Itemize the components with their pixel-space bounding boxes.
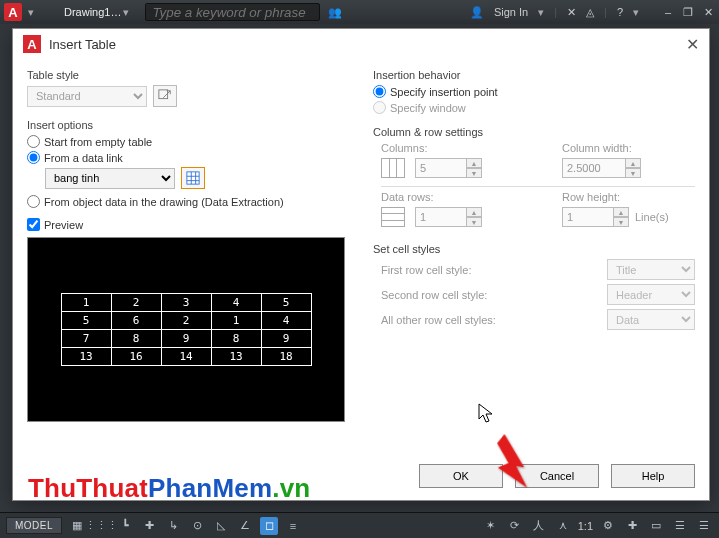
columns-icon [381, 158, 405, 178]
table-style-select[interactable]: Standard [27, 86, 147, 107]
other-row-style-select: Data [607, 309, 695, 330]
preview-cell: 8 [211, 330, 261, 348]
sc-3dosnap-icon[interactable]: 人 [530, 517, 548, 535]
column-width-label: Column width: [562, 142, 695, 154]
dialog-close-button[interactable]: ✕ [686, 35, 699, 54]
second-row-style-select: Header [607, 284, 695, 305]
help-dropdown-icon[interactable]: ▾ [633, 6, 639, 19]
polar-tracking-icon[interactable]: ⊙ [188, 517, 206, 535]
window-minimize-button[interactable]: – [661, 6, 675, 19]
autocad-a-icon: A [23, 35, 41, 53]
table-style-label: Table style [27, 69, 349, 81]
svg-rect-1 [187, 172, 199, 184]
infocenter-icon[interactable]: 👥 [326, 3, 344, 21]
row-height-stepper: ▲▼ [562, 207, 629, 227]
sc-units-icon[interactable]: ▭ [647, 517, 665, 535]
radio-specify-window: Specify window [373, 101, 695, 114]
sc-workspace-icon[interactable]: ⚙ [599, 517, 617, 535]
svg-marker-6 [492, 433, 535, 488]
app-titlebar: A ▾ Drawing1… ▾ 👥 👤 Sign In ▾ | ✕ ◬ | ? … [0, 0, 719, 24]
radio-specify-insertion-point[interactable]: Specify insertion point [373, 85, 695, 98]
radio-from-object-data-label: From object data in the drawing (Data Ex… [44, 196, 284, 208]
window-restore-button[interactable]: ❐ [681, 6, 695, 19]
table-style-launch-button[interactable] [153, 85, 177, 107]
columns-input [415, 158, 467, 178]
radio-from-data-link-label: From a data link [44, 152, 123, 164]
preview-checkbox[interactable]: Preview [27, 218, 349, 231]
help-icon[interactable]: ? [617, 6, 623, 18]
app-logo-icon: A [4, 3, 22, 21]
signin-dropdown-icon[interactable]: ▾ [538, 6, 544, 19]
status-bar: MODEL ▦ ⋮⋮⋮ ┗ ✚ ↳ ⊙ ◺ ∠ ◻ ≡ ✶ ⟳ 人 ⋏ 1:1 … [0, 512, 719, 538]
grid-display-icon[interactable]: ▦ [68, 517, 86, 535]
data-link-select[interactable]: bang tinh [45, 168, 175, 189]
preview-cell: 9 [261, 330, 311, 348]
document-title[interactable]: Drawing1… [64, 6, 121, 18]
object-snap-tracking-icon[interactable]: ∠ [236, 517, 254, 535]
window-close-button[interactable]: ✕ [701, 6, 715, 19]
first-row-style-label: First row cell style: [381, 264, 471, 276]
column-width-stepper: ▲▼ [562, 158, 695, 178]
a360-icon[interactable]: ◬ [586, 6, 594, 19]
insert-options-label: Insert options [27, 119, 349, 131]
preview-cell: 4 [211, 294, 261, 312]
sc-transparency-icon[interactable]: ✶ [482, 517, 500, 535]
set-cell-styles-label: Set cell styles [373, 243, 695, 255]
data-rows-icon [381, 207, 405, 227]
radio-start-empty[interactable]: Start from empty table [27, 135, 349, 148]
preview-cell: 9 [161, 330, 211, 348]
row-height-label: Row height: [562, 191, 695, 203]
isometric-drafting-icon[interactable]: ◺ [212, 517, 230, 535]
columns-label: Columns: [381, 142, 514, 154]
data-link-manager-icon [186, 171, 200, 185]
columns-stepper: ▲▼ [415, 158, 482, 178]
preview-cell: 4 [261, 312, 311, 330]
data-rows-label: Data rows: [381, 191, 514, 203]
first-row-style-select: Title [607, 259, 695, 280]
ortho-mode-icon[interactable]: ↳ [164, 517, 182, 535]
radio-from-data-link[interactable]: From a data link [27, 151, 349, 164]
column-width-input [562, 158, 626, 178]
scale-display[interactable]: 1:1 [578, 520, 593, 532]
preview-checkbox-label: Preview [44, 219, 83, 231]
sc-quick-properties-icon[interactable]: ☰ [671, 517, 689, 535]
preview-cell: 6 [111, 312, 161, 330]
sc-annotation-scale-icon[interactable]: ⋏ [554, 517, 572, 535]
data-rows-stepper: ▲▼ [415, 207, 482, 227]
search-input[interactable] [145, 3, 320, 21]
infer-constraints-icon[interactable]: ┗ [116, 517, 134, 535]
preview-cell: 5 [61, 312, 111, 330]
dynamic-input-icon[interactable]: ✚ [140, 517, 158, 535]
preview-cell: 8 [111, 330, 161, 348]
preview-cell: 3 [161, 294, 211, 312]
sc-cycling-icon[interactable]: ⟳ [506, 517, 524, 535]
preview-cell: 1 [61, 294, 111, 312]
annotation-arrow-icon [491, 432, 541, 488]
sc-customization-icon[interactable]: ☰ [695, 517, 713, 535]
radio-specify-window-label: Specify window [390, 102, 466, 114]
signin-user-icon[interactable]: 👤 [470, 6, 484, 19]
preview-cell: 14 [161, 348, 211, 366]
preview-cell: 2 [111, 294, 161, 312]
preview-cell: 13 [211, 348, 261, 366]
exchange-icon[interactable]: ✕ [567, 6, 576, 19]
table-style-launch-icon [158, 89, 172, 103]
radio-from-object-data[interactable]: From object data in the drawing (Data Ex… [27, 195, 349, 208]
object-snap-icon[interactable]: ◻ [260, 517, 278, 535]
sc-annotation-monitor-icon[interactable]: ✚ [623, 517, 641, 535]
model-space-button[interactable]: MODEL [6, 517, 62, 534]
preview-panel: 1234556214789891316141318 [27, 237, 345, 422]
document-dropdown-icon[interactable]: ▾ [123, 6, 129, 19]
cursor-icon [477, 402, 495, 424]
qat-dropdown-icon[interactable]: ▾ [28, 6, 34, 19]
snap-mode-icon[interactable]: ⋮⋮⋮ [92, 517, 110, 535]
data-link-manager-button[interactable] [181, 167, 205, 189]
signin-link[interactable]: Sign In [494, 6, 528, 18]
dialog-titlebar[interactable]: A Insert Table ✕ [13, 29, 709, 59]
help-button[interactable]: Help [611, 464, 695, 488]
radio-specify-insertion-point-label: Specify insertion point [390, 86, 498, 98]
row-height-suffix: Line(s) [635, 211, 669, 223]
preview-cell: 13 [61, 348, 111, 366]
lineweight-icon[interactable]: ≡ [284, 517, 302, 535]
watermark-text: ThuThuatPhanMem.vn [28, 473, 310, 504]
